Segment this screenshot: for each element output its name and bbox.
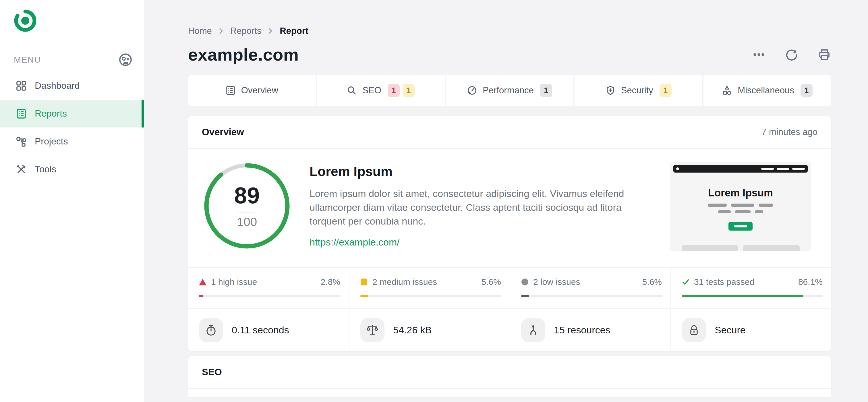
grid-icon [16,81,27,91]
stat-medium-issues: 2 medium issues 5.6% [349,268,510,308]
main-content: Home Reports Report example.com [145,26,868,397]
report-icon [16,108,27,119]
issue-badge-medium: 1 [659,84,672,97]
sidebar-item-reports[interactable]: Reports [0,100,144,127]
progress-bar [521,295,662,297]
seo-card-body [188,389,831,397]
tab-label: Security [621,85,653,96]
stat-label: 2 medium issues [372,277,437,287]
metric-security: Secure [671,309,831,351]
lock-icon [682,318,706,342]
metric-load-time: 0.11 seconds [188,309,349,351]
app-logo[interactable] [0,0,144,33]
shield-icon [606,85,616,96]
sidebar-item-label: Reports [35,108,67,119]
hierarchy-icon [16,136,27,147]
seo-card: SEO [188,356,831,397]
page-header: example.com [188,44,831,65]
stat-percent: 2.8% [321,277,340,287]
sidebar-item-label: Dashboard [35,81,80,91]
report-icon [226,85,236,96]
chevron-right-icon [218,28,224,34]
metric-label: 15 resources [554,324,611,336]
sidebar: MENU Dashboard [0,0,145,402]
tab-label: Overview [241,85,278,96]
metric-label: Secure [715,324,746,336]
menu-row: MENU [0,52,144,68]
issue-badge: 1 [801,84,813,97]
tab-performance[interactable]: Performance 1 [446,75,574,106]
check-icon [682,278,689,286]
thumbnail-logo-dot [676,167,679,170]
overview-card-header: Overview 7 minutes ago [188,116,831,149]
page-actions [752,48,831,61]
persona-icon[interactable] [119,53,132,67]
search-icon [347,85,357,96]
progress-bar [199,295,340,297]
stat-high-issues: 1 high issue 2.8% [188,268,349,308]
tab-miscellaneous[interactable]: Miscellaneous 1 [704,75,831,106]
seo-card-header: SEO [188,356,831,389]
score-ring: 89 100 [204,163,290,249]
refresh-icon[interactable] [785,48,799,61]
overview-body: 89 100 Lorem Ipsum Lorem ipsum dolor sit… [188,149,831,267]
site-thumbnail: Lorem Ipsum [670,162,811,251]
tab-overview[interactable]: Overview [188,75,316,106]
overview-card: Overview 7 minutes ago 89 100 Lorem Ipsu… [188,116,831,351]
page-title: example.com [188,45,299,65]
shapes-icon [722,85,733,96]
score-divider [239,212,255,213]
progress-bar [682,295,823,297]
site-summary: Lorem Ipsum Lorem ipsum dolor sit amet, … [310,164,648,248]
sidebar-item-tools[interactable]: Tools [0,155,144,183]
thumbnail-cards [670,245,811,251]
sidebar-item-label: Tools [35,164,56,175]
triangle-icon [199,278,207,286]
section-title: Overview [202,127,244,137]
ellipsis-icon[interactable] [752,48,766,61]
issue-badge-medium: 1 [403,84,414,97]
section-title: SEO [202,367,222,378]
metric-label: 0.11 seconds [232,324,289,336]
stat-percent: 5.6% [642,277,662,287]
breadcrumb-home[interactable]: Home [188,26,212,36]
metric-label: 54.26 kB [393,324,432,336]
stat-label: 31 tests passed [694,277,754,287]
stat-label: 2 low issues [533,277,580,287]
tab-security[interactable]: Security 1 [575,75,702,106]
printer-icon[interactable] [817,48,831,61]
metric-resources: 15 resources [510,309,671,351]
thumbnail-button [728,222,752,230]
sidebar-item-dashboard[interactable]: Dashboard [0,72,144,100]
square-icon [360,278,368,286]
tab-label: SEO [362,85,381,96]
stopwatch-icon [199,318,223,342]
breadcrumb: Home Reports Report [188,26,831,36]
circle-icon [521,278,529,286]
thumbnail-heading: Lorem Ipsum [670,187,811,199]
score-value: 89 [234,184,260,207]
tab-badges: 1 [659,84,672,97]
target-logo-icon [13,9,37,33]
tools-icon [16,164,27,175]
tab-label: Miscellaneous [738,85,794,96]
tab-label: Performance [483,85,533,96]
issue-stats-row: 1 high issue 2.8% 2 medium issues 5.6% 2… [188,267,831,308]
scale-icon [360,318,384,342]
tab-badges: 1 [540,84,552,97]
metric-page-size: 54.26 kB [349,309,510,351]
breadcrumb-reports[interactable]: Reports [230,26,261,36]
progress-bar [360,295,501,297]
tab-badges: 1 1 [388,84,414,97]
stat-low-issues: 2 low issues 5.6% [510,268,671,308]
sidebar-nav: Dashboard Reports [0,72,144,183]
stat-tests-passed: 31 tests passed 86.1% [671,268,831,308]
metrics-row: 0.11 seconds 54.26 kB [188,308,831,351]
stat-label: 1 high issue [211,277,257,287]
sidebar-item-label: Projects [35,136,68,147]
site-url-link[interactable]: https://example.com/ [310,237,400,248]
sidebar-item-projects[interactable]: Projects [0,127,144,155]
thumbnail-navbar [673,165,808,173]
tab-seo[interactable]: SEO 1 1 [317,75,445,106]
thumbnail-text-row [670,210,811,213]
